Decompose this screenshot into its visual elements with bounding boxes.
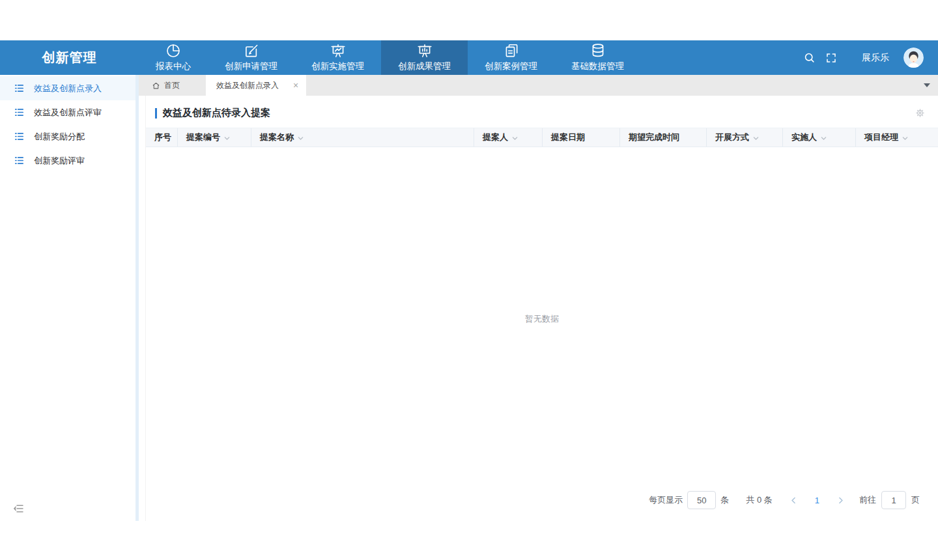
- topnav-item-label: 创新实施管理: [311, 61, 364, 72]
- sort-caret-icon: [752, 135, 760, 142]
- workspace: 效益及创新点录入 效益及创新点评审 创新奖励分配 创新奖励评审: [0, 75, 938, 521]
- page-size-unit: 条: [720, 494, 729, 506]
- column-header-label: 序号: [154, 132, 171, 143]
- open-tab[interactable]: 效益及创新点录入 ×: [206, 75, 306, 96]
- prev-page-icon[interactable]: [789, 496, 798, 505]
- column-header-label: 开展方式: [715, 132, 749, 143]
- list-icon: [14, 83, 25, 94]
- sidebar-item[interactable]: 效益及创新点评审: [0, 100, 135, 124]
- goto-page-label: 前往: [859, 494, 876, 506]
- sidebar-item-label: 创新奖励分配: [34, 131, 85, 143]
- column-header[interactable]: 项目经理: [856, 128, 938, 147]
- page-size-label: 每页显示: [649, 494, 683, 506]
- topnav-item-label: 报表中心: [156, 61, 191, 72]
- list-icon: [14, 131, 25, 142]
- presentation-board-icon: [416, 42, 433, 59]
- database-icon: [590, 42, 606, 59]
- topnav-item[interactable]: 基础数据管理: [554, 40, 641, 75]
- main-area: 首页 效益及创新点录入 × 效益及创新点待录入提案: [139, 75, 938, 521]
- fullscreen-icon[interactable]: [825, 51, 838, 64]
- page-number-current[interactable]: 1: [815, 496, 819, 505]
- topbar-right-area: 展乐乐: [794, 40, 938, 75]
- list-icon: [14, 107, 25, 118]
- sidebar-item-label: 创新奖励评审: [34, 155, 85, 167]
- top-menu: 报表中心 创新申请管理 创新实施管理 创新成果管理 创新案例管理 基础数据管理: [139, 40, 641, 75]
- home-icon: [152, 81, 160, 90]
- topnav-item[interactable]: 创新实施管理: [294, 40, 381, 75]
- tab-close-icon[interactable]: ×: [293, 81, 298, 90]
- column-header-label: 期望完成时间: [629, 132, 679, 143]
- topnav-item[interactable]: 创新案例管理: [468, 40, 554, 75]
- topnav-item-label: 创新案例管理: [485, 61, 537, 72]
- edit-icon: [243, 42, 260, 59]
- current-user-name[interactable]: 展乐乐: [862, 52, 889, 64]
- open-tab-label: 效益及创新点录入: [216, 80, 279, 91]
- column-header-label: 提案日期: [551, 132, 585, 143]
- sidebar-item[interactable]: 创新奖励分配: [0, 124, 135, 148]
- sort-caret-icon: [820, 135, 827, 142]
- tab-bar: 首页 效益及创新点录入 ×: [139, 75, 938, 96]
- topnav-item-label: 基础数据管理: [571, 61, 624, 72]
- column-header[interactable]: 提案名称: [251, 128, 474, 147]
- pie-chart-icon: [165, 42, 182, 59]
- documents-icon: [503, 42, 520, 59]
- panel-title-row: 效益及创新点待录入提案: [146, 96, 938, 125]
- content-panel: 效益及创新点待录入提案 序号 提案编号 提案名称: [145, 96, 938, 521]
- column-header[interactable]: 期望完成时间: [620, 128, 707, 147]
- sidebar-item[interactable]: 效益及创新点录入: [0, 76, 135, 100]
- breadcrumb-home[interactable]: 首页: [139, 75, 190, 96]
- column-header[interactable]: 提案编号: [178, 128, 251, 147]
- user-avatar[interactable]: [903, 48, 924, 68]
- sidebar: 效益及创新点录入 效益及创新点评审 创新奖励分配 创新奖励评审: [0, 75, 139, 521]
- topnav-item[interactable]: 创新成果管理: [381, 40, 468, 75]
- page-title: 效益及创新点待录入提案: [163, 107, 270, 119]
- sort-caret-icon: [511, 135, 519, 142]
- column-header[interactable]: 开展方式: [707, 128, 783, 147]
- column-header[interactable]: 提案日期: [543, 128, 620, 147]
- gear-icon[interactable]: [915, 107, 926, 119]
- sidebar-item-label: 效益及创新点评审: [34, 107, 102, 119]
- tab-list-dropdown-icon[interactable]: [924, 83, 930, 87]
- pagination: 每页显示 条 共 0 条 1 前往 页: [146, 491, 938, 521]
- top-navigation-bar: 创新管理 报表中心 创新申请管理 创新实施管理 创新成果管理 创新案例管理 基础…: [0, 40, 938, 75]
- empty-state-text: 暂无数据: [525, 313, 559, 325]
- table-header-row: 序号 提案编号 提案名称 提案人 提案日期 期望完成时间 开展方式 实施人: [146, 128, 938, 147]
- column-header[interactable]: 提案人: [474, 128, 543, 147]
- breadcrumb-home-label: 首页: [164, 80, 180, 91]
- title-accent-bar: [155, 108, 157, 119]
- app-window: 创新管理 报表中心 创新申请管理 创新实施管理 创新成果管理 创新案例管理 基础…: [0, 40, 938, 521]
- goto-page-input[interactable]: [881, 491, 906, 509]
- column-header-label: 提案名称: [260, 132, 294, 143]
- topnav-item[interactable]: 创新申请管理: [208, 40, 294, 75]
- total-count-label: 共 0 条: [746, 494, 772, 506]
- list-icon: [14, 155, 25, 166]
- sidebar-item-label: 效益及创新点录入: [34, 83, 102, 94]
- sidebar-menu: 效益及创新点录入 效益及创新点评审 创新奖励分配 创新奖励评审: [0, 76, 135, 173]
- table-empty-zone: 暂无数据: [146, 147, 938, 491]
- sidebar-item[interactable]: 创新奖励评审: [0, 148, 135, 173]
- column-header[interactable]: 实施人: [783, 128, 856, 147]
- column-header-label: 提案人: [483, 132, 508, 143]
- sort-caret-icon: [297, 135, 304, 142]
- sort-caret-icon: [223, 135, 231, 142]
- column-header-label: 提案编号: [186, 132, 220, 143]
- collapse-sidebar-icon[interactable]: [13, 503, 26, 516]
- next-page-icon[interactable]: [836, 496, 845, 505]
- app-title: 创新管理: [0, 40, 139, 75]
- topnav-item-label: 创新成果管理: [398, 61, 451, 72]
- search-icon[interactable]: [803, 51, 816, 64]
- topnav-item[interactable]: 报表中心: [139, 40, 208, 75]
- presentation-chart-icon: [330, 42, 347, 59]
- goto-page-unit: 页: [911, 494, 920, 506]
- sort-caret-icon: [902, 135, 909, 142]
- column-header[interactable]: 序号: [146, 128, 178, 147]
- column-header-label: 实施人: [791, 132, 817, 143]
- page-size-input[interactable]: [687, 491, 716, 509]
- column-header-label: 项目经理: [864, 132, 898, 143]
- topnav-item-label: 创新申请管理: [225, 61, 277, 72]
